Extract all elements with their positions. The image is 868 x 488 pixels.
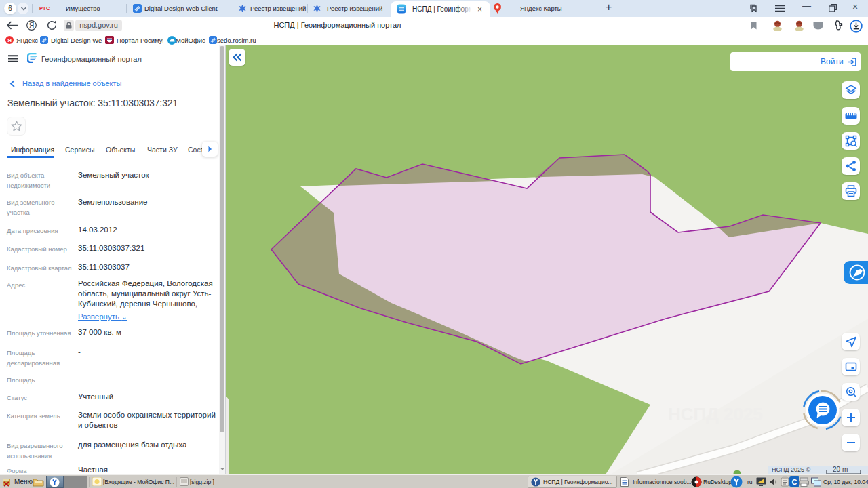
svg-text:НСПД 2025: НСПД 2025 — [668, 404, 763, 424]
svg-text:Я: Я — [7, 37, 12, 43]
svg-text:C: C — [792, 478, 797, 486]
